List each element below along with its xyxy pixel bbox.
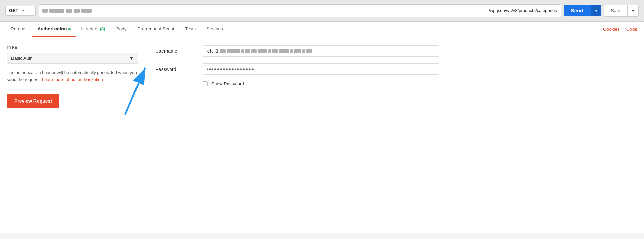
type-label: TYPE bbox=[7, 45, 138, 49]
headers-badge: (8) bbox=[100, 26, 105, 31]
save-chevron-button[interactable]: ▼ bbox=[627, 5, 638, 16]
blur-block-5 bbox=[81, 9, 92, 13]
username-row: Username ck_1 bbox=[155, 45, 634, 57]
tabs-right-links: Cookies Code bbox=[602, 22, 639, 36]
save-button[interactable]: Save bbox=[604, 5, 627, 16]
method-selector[interactable]: GET ▼ bbox=[5, 6, 36, 16]
username-display: ck_1 bbox=[203, 45, 439, 57]
send-button-group: Send ▼ bbox=[564, 5, 602, 16]
left-panel: TYPE Basic Auth ▼ The authorization head… bbox=[0, 37, 145, 233]
url-blurred-prefix bbox=[42, 9, 487, 13]
password-input[interactable] bbox=[203, 63, 439, 75]
username-label: Username bbox=[155, 48, 196, 54]
tabs-bar: Params Authorization Headers (8) Body Pr… bbox=[0, 22, 644, 37]
tab-settings[interactable]: Settings bbox=[201, 22, 228, 37]
type-chevron-icon: ▼ bbox=[129, 56, 134, 61]
show-password-label: Show Password bbox=[211, 81, 244, 86]
main-content: TYPE Basic Auth ▼ The authorization head… bbox=[0, 37, 644, 233]
learn-more-link[interactable]: Learn more about authorization bbox=[42, 77, 103, 82]
right-panel: Username ck_1 Password Show Password bbox=[145, 37, 644, 233]
save-button-group: Save ▼ bbox=[604, 5, 639, 17]
tab-headers[interactable]: Headers (8) bbox=[76, 22, 111, 37]
toolbar: GET ▼ /wp-json/wc/v3/products/categories… bbox=[0, 0, 644, 22]
show-password-checkbox[interactable] bbox=[203, 81, 208, 86]
blur-block-4 bbox=[74, 9, 80, 13]
show-password-row: Show Password bbox=[203, 81, 634, 86]
method-chevron-icon: ▼ bbox=[22, 9, 25, 12]
authorization-active-dot bbox=[68, 28, 71, 30]
url-suffix: /wp-json/wc/v3/products/categories bbox=[489, 8, 557, 13]
tab-params[interactable]: Params bbox=[5, 22, 32, 37]
password-row: Password bbox=[155, 63, 634, 75]
method-label: GET bbox=[9, 8, 18, 13]
tab-body[interactable]: Body bbox=[111, 22, 132, 37]
type-value: Basic Auth bbox=[11, 56, 33, 61]
blur-block-1 bbox=[42, 9, 48, 13]
preview-request-button[interactable]: Preview Request bbox=[7, 94, 59, 108]
tab-tests[interactable]: Tests bbox=[179, 22, 201, 37]
password-label: Password bbox=[155, 67, 196, 72]
tab-authorization[interactable]: Authorization bbox=[32, 22, 76, 37]
send-button[interactable]: Send bbox=[564, 5, 591, 16]
tab-pre-request-script[interactable]: Pre-request Script bbox=[132, 22, 180, 37]
blur-block-3 bbox=[66, 9, 72, 13]
send-chevron-button[interactable]: ▼ bbox=[591, 5, 601, 16]
blur-block-2 bbox=[49, 9, 64, 13]
panels-container: TYPE Basic Auth ▼ The authorization head… bbox=[0, 37, 644, 233]
auth-description: The authorization header will be automat… bbox=[7, 69, 138, 83]
url-bar[interactable]: /wp-json/wc/v3/products/categories bbox=[39, 4, 561, 17]
cookies-link[interactable]: Cookies bbox=[602, 22, 621, 36]
type-selector[interactable]: Basic Auth ▼ bbox=[7, 53, 138, 64]
code-link[interactable]: Code bbox=[625, 22, 639, 36]
